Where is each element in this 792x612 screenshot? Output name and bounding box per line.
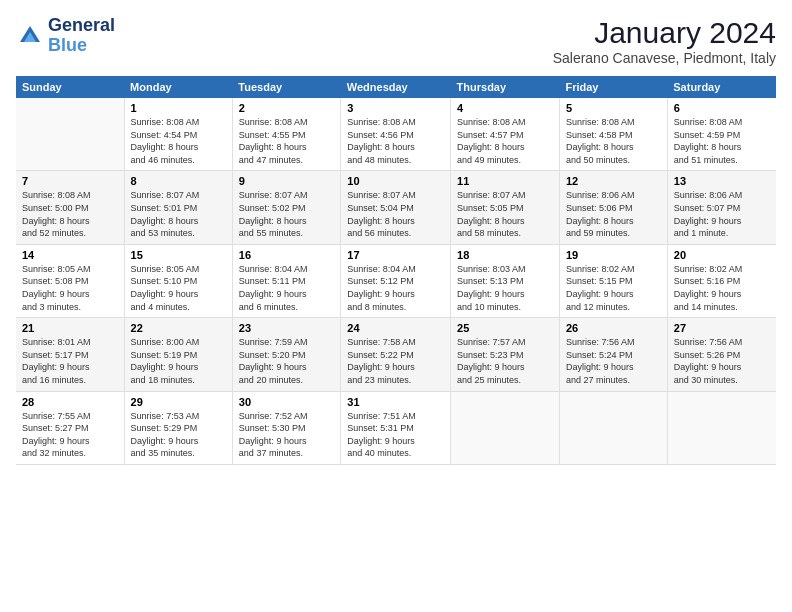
day-cell-2-0: 14Sunrise: 8:05 AM Sunset: 5:08 PM Dayli…	[16, 244, 124, 317]
day-number: 26	[566, 322, 661, 334]
day-info: Sunrise: 8:04 AM Sunset: 5:12 PM Dayligh…	[347, 263, 444, 313]
header-friday: Friday	[559, 76, 667, 98]
day-info: Sunrise: 7:52 AM Sunset: 5:30 PM Dayligh…	[239, 410, 334, 460]
day-number: 5	[566, 102, 661, 114]
header-saturday: Saturday	[667, 76, 776, 98]
calendar-table: Sunday Monday Tuesday Wednesday Thursday…	[16, 76, 776, 465]
day-cell-2-5: 19Sunrise: 8:02 AM Sunset: 5:15 PM Dayli…	[559, 244, 667, 317]
day-info: Sunrise: 7:59 AM Sunset: 5:20 PM Dayligh…	[239, 336, 334, 386]
header-wednesday: Wednesday	[341, 76, 451, 98]
logo-line2: Blue	[48, 36, 115, 56]
day-info: Sunrise: 7:53 AM Sunset: 5:29 PM Dayligh…	[131, 410, 226, 460]
logo: General Blue	[16, 16, 115, 56]
day-cell-2-1: 15Sunrise: 8:05 AM Sunset: 5:10 PM Dayli…	[124, 244, 232, 317]
month-title: January 2024	[553, 16, 776, 50]
day-info: Sunrise: 8:08 AM Sunset: 4:54 PM Dayligh…	[131, 116, 226, 166]
day-info: Sunrise: 7:56 AM Sunset: 5:26 PM Dayligh…	[674, 336, 770, 386]
day-number: 8	[131, 175, 226, 187]
header-thursday: Thursday	[451, 76, 560, 98]
day-info: Sunrise: 8:04 AM Sunset: 5:11 PM Dayligh…	[239, 263, 334, 313]
day-info: Sunrise: 8:07 AM Sunset: 5:04 PM Dayligh…	[347, 189, 444, 239]
day-cell-2-3: 17Sunrise: 8:04 AM Sunset: 5:12 PM Dayli…	[341, 244, 451, 317]
day-cell-0-2: 2Sunrise: 8:08 AM Sunset: 4:55 PM Daylig…	[232, 98, 340, 171]
header-row: Sunday Monday Tuesday Wednesday Thursday…	[16, 76, 776, 98]
day-number: 15	[131, 249, 226, 261]
day-cell-1-4: 11Sunrise: 8:07 AM Sunset: 5:05 PM Dayli…	[451, 171, 560, 244]
day-number: 19	[566, 249, 661, 261]
day-cell-3-1: 22Sunrise: 8:00 AM Sunset: 5:19 PM Dayli…	[124, 318, 232, 391]
day-number: 10	[347, 175, 444, 187]
week-row-4: 21Sunrise: 8:01 AM Sunset: 5:17 PM Dayli…	[16, 318, 776, 391]
day-info: Sunrise: 8:08 AM Sunset: 5:00 PM Dayligh…	[22, 189, 118, 239]
week-row-1: 1Sunrise: 8:08 AM Sunset: 4:54 PM Daylig…	[16, 98, 776, 171]
day-cell-3-4: 25Sunrise: 7:57 AM Sunset: 5:23 PM Dayli…	[451, 318, 560, 391]
day-number: 11	[457, 175, 553, 187]
day-info: Sunrise: 7:55 AM Sunset: 5:27 PM Dayligh…	[22, 410, 118, 460]
day-info: Sunrise: 8:06 AM Sunset: 5:07 PM Dayligh…	[674, 189, 770, 239]
day-info: Sunrise: 8:08 AM Sunset: 4:59 PM Dayligh…	[674, 116, 770, 166]
day-cell-1-1: 8Sunrise: 8:07 AM Sunset: 5:01 PM Daylig…	[124, 171, 232, 244]
day-cell-0-3: 3Sunrise: 8:08 AM Sunset: 4:56 PM Daylig…	[341, 98, 451, 171]
day-info: Sunrise: 8:08 AM Sunset: 4:57 PM Dayligh…	[457, 116, 553, 166]
day-cell-3-5: 26Sunrise: 7:56 AM Sunset: 5:24 PM Dayli…	[559, 318, 667, 391]
day-info: Sunrise: 7:56 AM Sunset: 5:24 PM Dayligh…	[566, 336, 661, 386]
day-number: 17	[347, 249, 444, 261]
day-number: 3	[347, 102, 444, 114]
location: Salerano Canavese, Piedmont, Italy	[553, 50, 776, 66]
day-info: Sunrise: 8:02 AM Sunset: 5:16 PM Dayligh…	[674, 263, 770, 313]
day-info: Sunrise: 8:07 AM Sunset: 5:05 PM Dayligh…	[457, 189, 553, 239]
day-info: Sunrise: 8:05 AM Sunset: 5:08 PM Dayligh…	[22, 263, 118, 313]
day-number: 2	[239, 102, 334, 114]
day-cell-0-5: 5Sunrise: 8:08 AM Sunset: 4:58 PM Daylig…	[559, 98, 667, 171]
day-cell-1-3: 10Sunrise: 8:07 AM Sunset: 5:04 PM Dayli…	[341, 171, 451, 244]
day-number: 7	[22, 175, 118, 187]
day-info: Sunrise: 8:03 AM Sunset: 5:13 PM Dayligh…	[457, 263, 553, 313]
day-number: 25	[457, 322, 553, 334]
logo-icon	[16, 22, 44, 50]
day-number: 14	[22, 249, 118, 261]
day-cell-3-6: 27Sunrise: 7:56 AM Sunset: 5:26 PM Dayli…	[667, 318, 776, 391]
day-cell-4-0: 28Sunrise: 7:55 AM Sunset: 5:27 PM Dayli…	[16, 391, 124, 464]
day-cell-2-6: 20Sunrise: 8:02 AM Sunset: 5:16 PM Dayli…	[667, 244, 776, 317]
day-cell-3-0: 21Sunrise: 8:01 AM Sunset: 5:17 PM Dayli…	[16, 318, 124, 391]
week-row-2: 7Sunrise: 8:08 AM Sunset: 5:00 PM Daylig…	[16, 171, 776, 244]
day-info: Sunrise: 8:07 AM Sunset: 5:01 PM Dayligh…	[131, 189, 226, 239]
day-info: Sunrise: 8:08 AM Sunset: 4:56 PM Dayligh…	[347, 116, 444, 166]
day-info: Sunrise: 8:02 AM Sunset: 5:15 PM Dayligh…	[566, 263, 661, 313]
day-cell-2-4: 18Sunrise: 8:03 AM Sunset: 5:13 PM Dayli…	[451, 244, 560, 317]
day-number: 28	[22, 396, 118, 408]
day-cell-3-2: 23Sunrise: 7:59 AM Sunset: 5:20 PM Dayli…	[232, 318, 340, 391]
day-info: Sunrise: 8:08 AM Sunset: 4:55 PM Dayligh…	[239, 116, 334, 166]
day-cell-1-2: 9Sunrise: 8:07 AM Sunset: 5:02 PM Daylig…	[232, 171, 340, 244]
day-info: Sunrise: 8:08 AM Sunset: 4:58 PM Dayligh…	[566, 116, 661, 166]
day-cell-4-6	[667, 391, 776, 464]
day-number: 6	[674, 102, 770, 114]
day-cell-4-3: 31Sunrise: 7:51 AM Sunset: 5:31 PM Dayli…	[341, 391, 451, 464]
day-number: 27	[674, 322, 770, 334]
day-cell-1-6: 13Sunrise: 8:06 AM Sunset: 5:07 PM Dayli…	[667, 171, 776, 244]
day-cell-4-1: 29Sunrise: 7:53 AM Sunset: 5:29 PM Dayli…	[124, 391, 232, 464]
header-tuesday: Tuesday	[232, 76, 340, 98]
day-number: 31	[347, 396, 444, 408]
day-cell-0-6: 6Sunrise: 8:08 AM Sunset: 4:59 PM Daylig…	[667, 98, 776, 171]
day-number: 29	[131, 396, 226, 408]
day-cell-1-0: 7Sunrise: 8:08 AM Sunset: 5:00 PM Daylig…	[16, 171, 124, 244]
day-info: Sunrise: 7:51 AM Sunset: 5:31 PM Dayligh…	[347, 410, 444, 460]
page: General Blue January 2024 Salerano Canav…	[0, 0, 792, 612]
day-number: 21	[22, 322, 118, 334]
day-info: Sunrise: 8:07 AM Sunset: 5:02 PM Dayligh…	[239, 189, 334, 239]
day-info: Sunrise: 7:57 AM Sunset: 5:23 PM Dayligh…	[457, 336, 553, 386]
day-number: 16	[239, 249, 334, 261]
day-info: Sunrise: 8:01 AM Sunset: 5:17 PM Dayligh…	[22, 336, 118, 386]
day-number: 1	[131, 102, 226, 114]
day-info: Sunrise: 8:05 AM Sunset: 5:10 PM Dayligh…	[131, 263, 226, 313]
day-cell-3-3: 24Sunrise: 7:58 AM Sunset: 5:22 PM Dayli…	[341, 318, 451, 391]
day-number: 24	[347, 322, 444, 334]
day-info: Sunrise: 8:06 AM Sunset: 5:06 PM Dayligh…	[566, 189, 661, 239]
week-row-3: 14Sunrise: 8:05 AM Sunset: 5:08 PM Dayli…	[16, 244, 776, 317]
logo-line1: General	[48, 16, 115, 36]
day-cell-0-0	[16, 98, 124, 171]
day-number: 9	[239, 175, 334, 187]
day-cell-2-2: 16Sunrise: 8:04 AM Sunset: 5:11 PM Dayli…	[232, 244, 340, 317]
title-block: January 2024 Salerano Canavese, Piedmont…	[553, 16, 776, 66]
